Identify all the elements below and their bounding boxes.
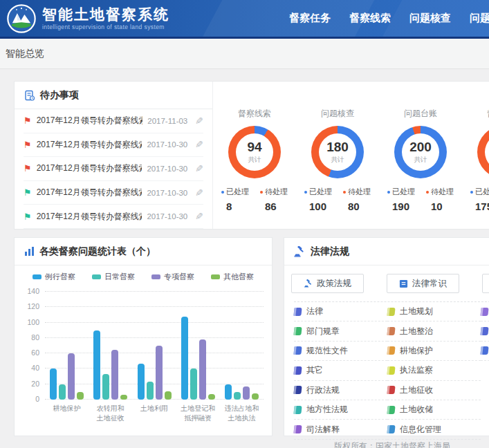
gauge-legend-done[interactable]: 已处理 175: [470, 187, 489, 212]
done-value: 8: [221, 200, 249, 212]
bar: [181, 317, 188, 400]
pending-value: 80: [343, 200, 371, 212]
gauge-inspection-tasks: 督察任务 共计 已处理 175 待处理: [462, 108, 489, 229]
pending-dot-icon: [343, 191, 346, 194]
book-icon: [480, 308, 488, 316]
book-icon: [293, 346, 302, 355]
todo-item[interactable]: ⚑ 2017年12月领导转办督察线索 2017-10-30 ✎: [24, 133, 203, 158]
todo-item[interactable]: ⚑ 2017年12月领导转办督察线索 2017-10-30 ✎: [24, 181, 203, 205]
law-link-administrative-regulations[interactable]: 行政法规: [294, 381, 387, 400]
book-icon: [387, 386, 395, 394]
book-icon: [387, 425, 395, 433]
todo-item[interactable]: ⚑ 2017年12月领导转办督察线索 2017-10-30 ✎: [24, 157, 203, 181]
law-link-department-rules[interactable]: 部门规章: [294, 321, 387, 341]
law-link-land-planning[interactable]: 土地规划: [387, 302, 481, 321]
law-link-judicial-interpretation[interactable]: 司法解释: [294, 420, 387, 439]
todo-item[interactable]: ⚑ 2017年12月领导转办督察线索 2017-10-30 ✎: [24, 205, 203, 229]
y-axis-tick-label: 140: [19, 287, 39, 295]
flag-icon: ⚑: [24, 116, 32, 125]
gauge-total-label: 共计: [331, 156, 344, 165]
legend-item[interactable]: 例行督察: [33, 272, 75, 282]
legend-swatch-icon: [33, 274, 41, 279]
bar: [190, 368, 197, 400]
nav-item-issue-verification[interactable]: 问题核查: [409, 12, 451, 25]
done-value: 175: [470, 200, 489, 212]
x-axis-labels: 耕地保护农转用和 土地征收土地利用土地登记和 抵押融资违法占地和 土地执法: [45, 404, 264, 422]
book-icon: [387, 327, 395, 335]
legend-swatch-icon: [211, 274, 220, 279]
law-link-local-regulations[interactable]: 地方性法规: [294, 400, 387, 420]
legal-knowledge-button[interactable]: 法律常识: [387, 274, 459, 293]
brand: 智能土地督察系统 intelligent supervision of stat…: [0, 4, 169, 33]
gauge-legend-done[interactable]: 已处理 8: [221, 187, 249, 212]
bar: [252, 393, 259, 400]
law-link[interactable]: [481, 302, 489, 321]
legend-item[interactable]: 专项督察: [151, 272, 194, 282]
book-icon: [293, 308, 302, 316]
chart-legend: 例行督察 日常督察 专项督察 其他督察: [15, 272, 272, 282]
pending-value: 86: [260, 200, 288, 212]
y-axis-tick-label: 100: [19, 318, 39, 326]
book-icon: [480, 346, 488, 355]
edit-pencil-icon[interactable]: ✎: [195, 163, 203, 174]
donut-chart: 94 共计: [228, 126, 281, 178]
edit-pencil-icon[interactable]: ✎: [195, 211, 203, 222]
todo-item[interactable]: ⚑ 2017年12月领导转办督察线索 2017-11-03 ✎: [24, 109, 203, 133]
y-axis-tick-label: 80: [19, 333, 39, 342]
gauge-legend-pending[interactable]: 待处理 86: [260, 187, 288, 212]
law-link-land-expropriation[interactable]: 土地征收: [387, 381, 481, 400]
laws-column-2: 土地规划 土地整治 耕地保护 执法监察 土地征收 土地收储 信息化管理: [387, 302, 481, 440]
y-axis-tick-label: 120: [19, 303, 39, 311]
edit-pencil-icon[interactable]: ✎: [195, 115, 203, 127]
pending-value: 10: [426, 200, 454, 212]
law-link-land-remediation[interactable]: 土地整治: [387, 321, 481, 341]
bar: [120, 395, 127, 400]
gauge-legend-done[interactable]: 已处理 190: [387, 187, 415, 212]
bar-chart-plot: 020406080100120140: [45, 292, 264, 400]
bar: [93, 330, 100, 400]
law-link-farmland-protection[interactable]: 耕地保护: [387, 342, 481, 361]
gauge-issue-verification: 问题核查 180 共计 已处理 100 待处理 80: [296, 108, 379, 229]
gauge-total-label: 共计: [248, 156, 261, 165]
edit-pencil-icon[interactable]: ✎: [195, 187, 203, 198]
law-link-land-reserve[interactable]: 土地收储: [387, 400, 481, 420]
gauge-legend-done[interactable]: 已处理 100: [304, 187, 332, 212]
edit-pencil-icon[interactable]: ✎: [195, 139, 203, 150]
laws-panel-title: 法律法规: [311, 245, 349, 258]
todo-item-date: 2017-11-03: [147, 117, 187, 125]
law-link-normative-documents[interactable]: 规范性文件: [294, 342, 387, 361]
nav-item-inspection-tasks[interactable]: 督察任务: [289, 12, 331, 25]
legend-item[interactable]: 日常督察: [92, 272, 135, 282]
laws-links-grid: 法律 部门规章 规范性文件 其它 行政法规 地方性法规 司法解释 土地规划 土地…: [294, 301, 489, 440]
law-link-enforcement-supervision[interactable]: 执法监察: [387, 361, 481, 380]
app-subtitle: intelligent supervision of state land sy…: [42, 24, 169, 30]
todo-item-title: 2017年12月领导转办督察线索: [37, 139, 142, 151]
law-link-other[interactable]: 其它: [294, 361, 387, 380]
gauge-legend-pending[interactable]: 待处理 10: [426, 187, 454, 212]
law-link[interactable]: [481, 342, 489, 361]
todo-list-icon: [24, 90, 35, 101]
law-link-laws[interactable]: 法律: [294, 302, 387, 321]
done-dot-icon: [470, 191, 473, 194]
bar-chart-icon: [24, 246, 35, 256]
bar: [50, 368, 57, 400]
done-dot-icon: [221, 191, 224, 194]
x-axis-label: 违法占地和 土地执法: [220, 404, 264, 422]
gauge-legend-pending[interactable]: 待处理 80: [343, 187, 371, 212]
law-link-information-management[interactable]: 信息化管理: [387, 420, 481, 439]
nav-item-inspection-clues[interactable]: 督察线索: [349, 12, 391, 25]
bar-group: [220, 292, 264, 400]
gauge-inspection-clues: 督察线索 94 共计 已处理 8 待处理 86: [213, 108, 296, 229]
done-value: 190: [387, 200, 415, 212]
policy-regulations-button[interactable]: 政策法规: [291, 274, 364, 293]
laws-third-button[interactable]: [482, 274, 489, 293]
legend-item[interactable]: 其他督察: [211, 272, 254, 282]
law-link[interactable]: [481, 321, 489, 341]
bar: [156, 346, 163, 400]
overview-card: 待办事项 ⚑ 2017年12月领导转办督察线索 2017-11-03 ✎ ⚑ 2…: [14, 81, 489, 230]
bar: [165, 391, 172, 400]
gauge-total: 200: [409, 140, 432, 153]
bar: [138, 364, 145, 400]
nav-item-issue-ledger[interactable]: 问题台账: [470, 12, 489, 25]
book-icon: [387, 366, 395, 375]
